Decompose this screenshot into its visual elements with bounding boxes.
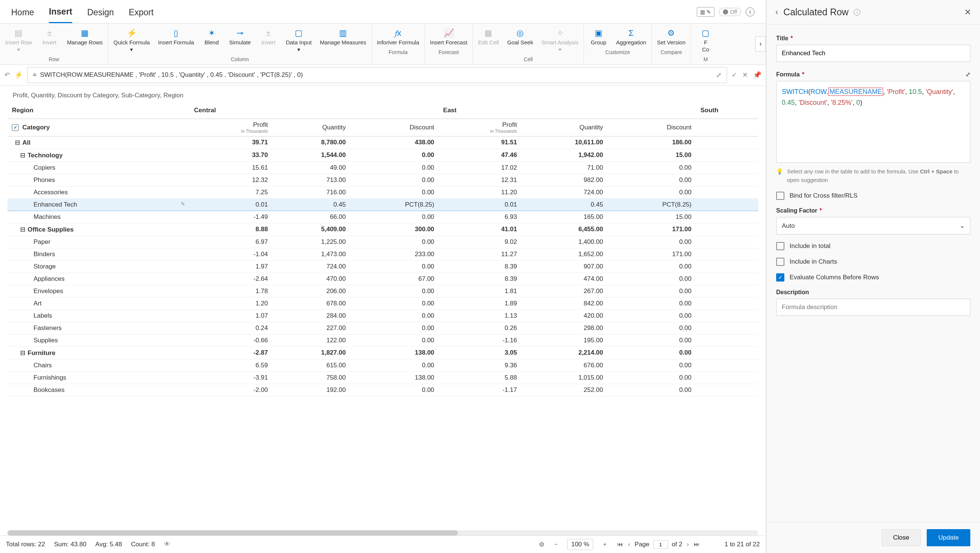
zoom-in[interactable]: + <box>602 541 607 548</box>
cell[interactable]: 17.02 <box>439 161 521 174</box>
cell[interactable]: 1.78 <box>190 285 272 297</box>
cell[interactable]: 33.70 <box>190 149 272 161</box>
cell[interactable]: 615.00 <box>272 359 350 371</box>
cell[interactable]: 0.00 <box>608 334 696 346</box>
cell[interactable]: -3.91 <box>190 371 272 384</box>
cell[interactable]: 1.97 <box>190 260 272 273</box>
cell[interactable]: 41.01 <box>439 223 521 236</box>
table-row[interactable]: Machines-1.4966.000.006.93165.0015.00 <box>8 211 758 223</box>
data-input-button[interactable]: ▢Data Input▾ <box>282 27 315 55</box>
cell[interactable]: 171.00 <box>608 223 696 236</box>
cell[interactable]: 1,015.00 <box>521 371 608 384</box>
cell[interactable]: 5,409.00 <box>272 223 350 236</box>
table-row[interactable]: Labels1.07284.000.001.13420.000.00 <box>8 309 758 322</box>
cell[interactable]: 9.02 <box>439 236 521 248</box>
cell[interactable]: -0.66 <box>190 334 272 346</box>
cell[interactable]: 438.00 <box>350 136 439 149</box>
cell[interactable]: 11.27 <box>439 248 521 260</box>
cell[interactable]: 39.71 <box>190 136 272 149</box>
simulate-button[interactable]: ⊸Simulate <box>226 27 255 55</box>
table-row[interactable]: ⊟All39.718,780.00438.0091.5110,611.00186… <box>8 136 758 149</box>
edit-row-icon[interactable]: ✎ <box>181 201 185 207</box>
cell[interactable]: 1.13 <box>439 309 521 322</box>
cell[interactable]: 1.20 <box>190 297 272 309</box>
edit-cell-button[interactable]: ▦Edit Cell <box>474 27 503 55</box>
cell[interactable]: 71.00 <box>521 161 608 174</box>
cell[interactable]: 138.00 <box>350 346 439 359</box>
back-icon[interactable]: ‹ <box>775 8 778 17</box>
cell[interactable]: 724.00 <box>272 260 350 273</box>
blend-button[interactable]: ✶Blend <box>199 27 225 55</box>
cell[interactable]: 67.00 <box>350 273 439 285</box>
zoom-level[interactable]: 100 % <box>567 539 593 550</box>
formula-editor[interactable]: SWITCH(ROW.MEASURENAME, 'Profit', 10.5, … <box>776 81 970 163</box>
page-prev[interactable]: ‹ <box>627 541 631 548</box>
cell[interactable]: 8.39 <box>439 260 521 273</box>
cell[interactable]: 284.00 <box>272 309 350 322</box>
set-version-button[interactable]: ⚙Set Version <box>653 27 689 48</box>
cell[interactable]: 47.46 <box>439 149 521 161</box>
expand-formula-icon[interactable]: ⤢ <box>716 71 721 79</box>
cell[interactable]: 12.31 <box>439 174 521 186</box>
cell[interactable]: 233.00 <box>350 248 439 260</box>
category-checkbox[interactable]: ✓ <box>12 124 19 131</box>
cell[interactable]: 5.88 <box>439 371 521 384</box>
tab-insert[interactable]: Insert <box>49 5 72 23</box>
invert-row-button[interactable]: ±Invert <box>37 27 63 55</box>
cell[interactable]: 0.26 <box>439 322 521 334</box>
cell[interactable]: 10,611.00 <box>521 136 608 149</box>
cell[interactable]: 982.00 <box>521 174 608 186</box>
cell[interactable]: 0.45 <box>272 198 350 211</box>
cell[interactable]: PCT(8.25) <box>350 198 439 211</box>
cell[interactable]: 1,400.00 <box>521 236 608 248</box>
cell[interactable]: 470.00 <box>272 273 350 285</box>
cell[interactable]: 0.00 <box>608 384 696 396</box>
bind-cross-checkbox[interactable]: Bind for Cross filter/RLS <box>776 192 970 200</box>
cell[interactable]: 0.00 <box>608 346 696 359</box>
table-row[interactable]: Storage1.97724.000.008.39907.000.00 <box>8 260 758 273</box>
visibility-icon[interactable]: 👁 <box>164 541 170 548</box>
formula-input[interactable]: = SWITCH(ROW.MEASURENAME , 'Profit' , 10… <box>27 67 727 83</box>
cell[interactable]: -2.64 <box>190 273 272 285</box>
cell[interactable]: -1.04 <box>190 248 272 260</box>
flash-icon[interactable]: ⚡ <box>14 71 23 79</box>
cell[interactable]: 1,225.00 <box>272 236 350 248</box>
cell[interactable]: 267.00 <box>521 285 608 297</box>
expander-icon[interactable]: ⊟ <box>20 151 25 159</box>
cell[interactable]: 713.00 <box>272 174 350 186</box>
table-row[interactable]: Fasteners0.24227.000.000.26298.000.00 <box>8 322 758 334</box>
evaluate-cols-checkbox[interactable]: ✓Evaluate Columns Before Rows <box>776 273 970 282</box>
cell[interactable]: 0.00 <box>608 371 696 384</box>
cell[interactable]: 0.00 <box>350 309 439 322</box>
cell[interactable]: 8.88 <box>190 223 272 236</box>
cell[interactable]: 724.00 <box>521 186 608 198</box>
cell[interactable]: 474.00 <box>521 273 608 285</box>
cell[interactable]: 7.25 <box>190 186 272 198</box>
cell[interactable]: 49.00 <box>272 161 350 174</box>
panel-info-icon[interactable]: i <box>854 9 861 16</box>
confirm-icon[interactable]: ✓ <box>732 71 737 79</box>
goal-seek-button[interactable]: ◎Goal Seek <box>503 27 537 55</box>
cell[interactable]: 0.00 <box>350 322 439 334</box>
cell[interactable]: 1,473.00 <box>272 248 350 260</box>
cell[interactable]: 678.00 <box>272 297 350 309</box>
more-button[interactable]: ▢FCo <box>693 27 719 55</box>
cell[interactable]: 0.00 <box>350 161 439 174</box>
cell[interactable]: 1.81 <box>439 285 521 297</box>
cell[interactable]: 0.00 <box>608 359 696 371</box>
cell[interactable]: 171.00 <box>608 248 696 260</box>
expander-icon[interactable]: ⊟ <box>20 226 25 233</box>
expander-icon[interactable]: ⊟ <box>20 349 25 357</box>
cell[interactable]: 0.45 <box>521 198 608 211</box>
cell[interactable]: 0.00 <box>350 359 439 371</box>
cell[interactable]: 0.00 <box>608 186 696 198</box>
cell[interactable]: 0.00 <box>608 161 696 174</box>
cell[interactable]: 1,942.00 <box>521 149 608 161</box>
tab-home[interactable]: Home <box>11 5 34 23</box>
cell[interactable]: 206.00 <box>272 285 350 297</box>
manage-measures-button[interactable]: ▥Manage Measures <box>316 27 370 55</box>
cell[interactable]: 298.00 <box>521 322 608 334</box>
table-row[interactable]: Appliances-2.64470.0067.008.39474.000.00 <box>8 273 758 285</box>
cell[interactable]: 6.93 <box>439 211 521 223</box>
cell[interactable]: 122.00 <box>272 334 350 346</box>
